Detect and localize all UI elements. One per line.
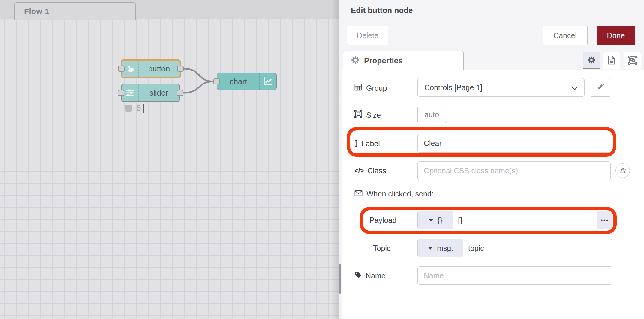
table-icon <box>354 84 362 93</box>
payload-label: Payload <box>369 216 396 225</box>
flow-canvas[interactable]: Flow 1 button <box>0 0 342 319</box>
group-select[interactable]: Controls [Page 1] <box>417 78 585 97</box>
node-chart[interactable]: chart <box>217 73 277 90</box>
label-input[interactable] <box>417 134 612 153</box>
tabbar-divider <box>2 0 2 19</box>
caret-down-icon <box>428 247 433 250</box>
badge-square <box>125 105 132 112</box>
payload-value[interactable]: [] <box>453 211 597 229</box>
gear-icon <box>588 56 595 65</box>
fx-icon: fx <box>620 167 626 175</box>
tray-header: Edit button node <box>342 0 644 21</box>
node-button-input-port[interactable] <box>118 66 125 72</box>
topic-row: Topic <box>373 244 390 253</box>
tag-icon <box>354 271 362 280</box>
fx-button[interactable]: fx <box>615 163 630 178</box>
envelope-icon <box>354 190 363 198</box>
done-button[interactable]: Done <box>597 26 635 45</box>
payload-row: Payload <box>369 216 396 225</box>
gear-icon <box>351 56 360 65</box>
flow-tab-label: Flow 1 <box>24 7 49 16</box>
send-heading: When clicked, send: <box>354 190 434 198</box>
edit-group-button[interactable] <box>590 78 611 97</box>
label-label: I Label <box>354 139 380 148</box>
payload-typedinput[interactable]: {} [] ••• <box>417 211 612 229</box>
label-row: I Label <box>354 139 380 148</box>
active-tab-indicator <box>583 68 600 69</box>
expand-editor-button[interactable]: ••• <box>597 211 612 229</box>
edit-tray: Edit button node Delete Cancel Done <box>342 0 644 319</box>
send-heading-row: When clicked, send: <box>354 190 434 198</box>
text-cursor <box>143 104 144 113</box>
size-row: Size <box>354 110 381 120</box>
topic-typedinput[interactable]: msg. topic <box>417 239 612 257</box>
name-input[interactable] <box>417 266 612 285</box>
name-label: Name <box>354 271 386 280</box>
node-chart-label: chart <box>217 73 260 90</box>
code-icon: </> <box>354 167 363 175</box>
payload-type-select[interactable]: {} <box>418 211 453 229</box>
flow-tab[interactable]: Flow 1 <box>14 2 136 20</box>
tray-title: Edit button node <box>351 6 413 15</box>
size-auto-button[interactable]: auto <box>417 106 446 123</box>
name-row: Name <box>354 271 386 280</box>
object-group-icon <box>628 56 637 66</box>
node-label-badge: 6 <box>125 103 144 113</box>
json-type-icon: {} <box>438 216 443 225</box>
node-chart-input-port[interactable] <box>213 78 220 84</box>
group-label: Group <box>354 84 387 93</box>
size-label: Size <box>354 110 381 120</box>
node-button-label: button <box>138 61 180 77</box>
cancel-button[interactable]: Cancel <box>543 26 588 45</box>
class-input[interactable] <box>417 161 611 180</box>
topic-type-select[interactable]: msg. <box>418 239 463 257</box>
group-select-value: Controls [Page 1] <box>424 83 482 92</box>
properties-form: Group Controls [Page 1] <box>342 70 644 319</box>
pencil-icon <box>597 83 604 92</box>
tab-button-description[interactable] <box>603 52 620 69</box>
caret-down-icon <box>429 219 433 222</box>
node-button[interactable]: button <box>121 59 181 78</box>
canvas-scrollbar-thumb[interactable] <box>339 264 341 294</box>
editor-tabs: Properties <box>342 49 644 70</box>
workspace-tabbar: Flow 1 <box>0 0 342 19</box>
tab-properties[interactable]: Properties <box>343 51 464 70</box>
topic-value[interactable]: topic <box>463 239 612 257</box>
node-slider-input-port[interactable] <box>118 90 124 96</box>
msg-type-label: msg. <box>437 244 453 253</box>
chevron-down-icon <box>572 83 578 92</box>
class-label: </> Class <box>354 166 386 175</box>
canvas-scrollbar[interactable] <box>339 0 342 319</box>
topic-label: Topic <box>373 244 390 253</box>
tray-toolbar: Delete Cancel Done <box>342 21 644 49</box>
node-slider-output-port[interactable] <box>177 90 183 96</box>
node-slider-label: slider <box>138 84 179 101</box>
delete-button[interactable]: Delete <box>347 26 388 45</box>
i-cursor-icon: I <box>354 139 358 148</box>
badge-number: 6 <box>136 103 141 113</box>
tab-properties-label: Properties <box>364 56 403 65</box>
tab-button-appearance[interactable] <box>624 52 641 69</box>
object-group-icon <box>354 110 362 120</box>
tab-button-properties[interactable] <box>583 52 600 69</box>
document-icon <box>608 56 615 66</box>
node-button-output-port[interactable] <box>177 66 184 72</box>
node-slider[interactable]: slider <box>121 84 180 102</box>
chart-line-icon <box>259 73 276 90</box>
group-row: Group <box>354 84 387 93</box>
class-row: </> Class <box>354 166 386 175</box>
